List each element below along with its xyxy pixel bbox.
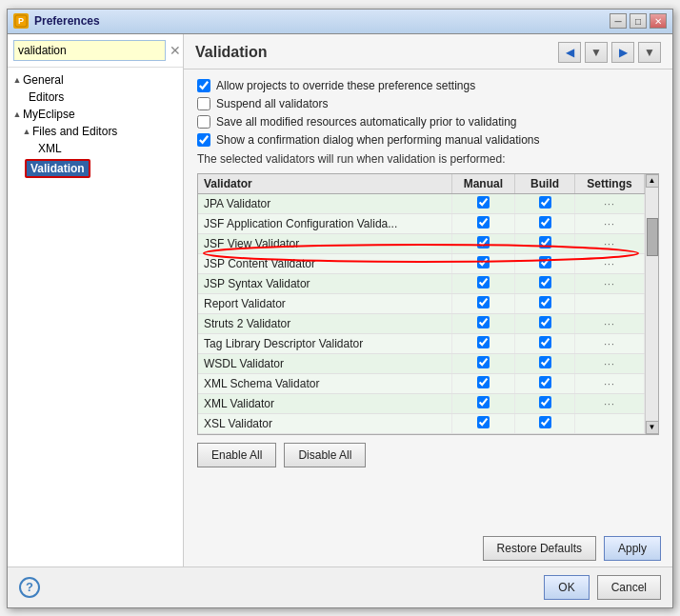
checkbox-suspend: Suspend all validators xyxy=(197,97,659,110)
table-row: JSP Content Validator ··· xyxy=(198,253,645,273)
nav-forward-dropdown[interactable]: ▼ xyxy=(638,42,661,63)
build-cell xyxy=(515,253,575,273)
checkbox-save-input[interactable] xyxy=(197,115,210,129)
settings-cell xyxy=(575,413,645,433)
minimize-button[interactable]: ─ xyxy=(610,13,627,29)
settings-btn[interactable]: ··· xyxy=(604,339,614,349)
manual-cell xyxy=(451,213,515,233)
search-clear-button[interactable]: ✕ xyxy=(170,43,181,58)
tree-label-general: General xyxy=(23,73,64,87)
enable-all-button[interactable]: Enable All xyxy=(197,443,276,467)
window-controls: ─ □ ✕ xyxy=(610,13,667,29)
nav-forward-button[interactable]: ▶ xyxy=(611,42,634,63)
settings-btn[interactable]: ··· xyxy=(604,199,614,209)
tree-nav: ▲ General Editors ▲ MyEclipse ▲ Files an… xyxy=(8,68,183,566)
panel-title: Validation xyxy=(195,44,268,61)
settings-btn[interactable]: ··· xyxy=(604,279,614,289)
checkbox-override-input[interactable] xyxy=(197,79,210,92)
checkbox-save-label: Save all modified resources automaticall… xyxy=(216,115,517,129)
tree-item-editors[interactable]: Editors xyxy=(8,89,183,106)
tree-item-myeclipse[interactable]: ▲ MyEclipse xyxy=(8,106,183,123)
tree-item-validation[interactable]: Validation xyxy=(8,157,183,180)
tree-arrow-myeclipse: ▲ xyxy=(11,109,23,120)
settings-btn[interactable]: ··· xyxy=(604,399,614,409)
settings-btn[interactable]: ··· xyxy=(604,219,614,229)
build-cell xyxy=(515,393,575,413)
validator-name: XML Validator xyxy=(198,393,451,413)
scroll-up-arrow[interactable]: ▲ xyxy=(646,174,659,188)
validator-name: XSL Validator xyxy=(198,413,451,433)
manual-cell-wsdl xyxy=(451,353,515,373)
build-cell xyxy=(515,273,575,293)
validator-name: Tag Library Descriptor Validator xyxy=(198,333,451,353)
settings-cell: ··· xyxy=(575,253,645,273)
settings-btn[interactable]: ··· xyxy=(604,239,614,249)
ok-button[interactable]: OK xyxy=(544,575,589,600)
restore-defaults-button[interactable]: Restore Defaults xyxy=(483,536,596,561)
preferences-window: P Preferences ─ □ ✕ ✕ ▲ General xyxy=(7,9,673,608)
table-row: XSL Validator xyxy=(198,413,645,433)
build-cell xyxy=(515,213,575,233)
apply-button[interactable]: Apply xyxy=(604,536,661,561)
nav-back-button[interactable]: ◀ xyxy=(558,42,581,63)
table-row: JSF View Validator ··· xyxy=(198,233,645,253)
info-text: The selected validators will run when va… xyxy=(197,152,659,166)
main-content: ✕ ▲ General Editors ▲ MyEclipse xyxy=(8,34,672,566)
settings-btn[interactable]: ··· xyxy=(604,379,614,389)
checkbox-confirm-label: Show a confirmation dialog when performi… xyxy=(216,133,540,147)
validator-name: JSF Application Configuration Valida... xyxy=(198,213,451,233)
right-body: Allow projects to override these prefere… xyxy=(184,70,672,530)
cancel-button[interactable]: Cancel xyxy=(597,575,661,600)
settings-cell xyxy=(575,293,645,313)
col-header-build: Build xyxy=(515,174,575,194)
col-header-validator: Validator xyxy=(198,174,451,194)
settings-btn[interactable]: ··· xyxy=(604,319,614,329)
build-cell xyxy=(515,233,575,253)
manual-cell xyxy=(451,273,515,293)
settings-cell: ··· xyxy=(575,333,645,353)
manual-cell xyxy=(451,293,515,313)
scroll-down-arrow[interactable]: ▼ xyxy=(646,421,659,434)
maximize-button[interactable]: □ xyxy=(630,13,647,29)
window-title: Preferences xyxy=(34,14,610,28)
nav-back-dropdown[interactable]: ▼ xyxy=(585,42,608,63)
settings-btn[interactable]: ··· xyxy=(604,259,614,269)
table-footer-buttons: Enable All Disable All xyxy=(197,443,659,467)
table-row: Struts 2 Validator ··· xyxy=(198,313,645,333)
table-scrollbar[interactable]: ▲ ▼ xyxy=(645,174,658,434)
checkbox-override-label: Allow projects to override these prefere… xyxy=(216,79,475,92)
tree-label-validation: Validation xyxy=(25,159,90,178)
forward-dropdown-icon: ▼ xyxy=(644,46,655,59)
tree-item-files-and-editors[interactable]: ▲ Files and Editors xyxy=(8,123,183,140)
manual-cell xyxy=(451,413,515,433)
checkbox-suspend-input[interactable] xyxy=(197,97,210,110)
tree-item-xml[interactable]: XML xyxy=(8,140,183,157)
search-box: ✕ xyxy=(8,34,183,68)
table-row: JSP Syntax Validator ··· xyxy=(198,273,645,293)
tree-label-xml: XML xyxy=(38,142,62,155)
search-input[interactable] xyxy=(13,40,166,61)
app-icon: P xyxy=(13,13,29,29)
validator-table: Validator Manual Build Settings JPA Vali… xyxy=(198,174,645,434)
validator-name: Struts 2 Validator xyxy=(198,313,451,333)
settings-btn[interactable]: ··· xyxy=(604,359,614,369)
tree-label-editors: Editors xyxy=(29,90,64,104)
table-row: XML Validator ··· xyxy=(198,393,645,413)
tree-label-files-and-editors: Files and Editors xyxy=(32,125,117,138)
tree-arrow-general: ▲ xyxy=(11,74,23,86)
tree-item-general[interactable]: ▲ General xyxy=(8,71,183,89)
help-icon[interactable]: ? xyxy=(19,577,40,598)
left-panel: ✕ ▲ General Editors ▲ MyEclipse xyxy=(8,34,184,566)
svg-text:P: P xyxy=(18,16,24,26)
validator-name: XML Schema Validator xyxy=(198,373,451,393)
validator-name: JPA Validator xyxy=(198,193,451,213)
settings-cell-wsdl: ··· xyxy=(575,353,645,373)
footer-actions: Restore Defaults Apply xyxy=(184,530,672,566)
close-button[interactable]: ✕ xyxy=(650,13,667,29)
build-cell xyxy=(515,413,575,433)
table-row: XML Schema Validator ··· xyxy=(198,373,645,393)
build-cell xyxy=(515,333,575,353)
disable-all-button[interactable]: Disable All xyxy=(284,443,366,467)
header-nav: ◀ ▼ ▶ ▼ xyxy=(558,42,661,63)
checkbox-confirm-input[interactable] xyxy=(197,133,210,147)
